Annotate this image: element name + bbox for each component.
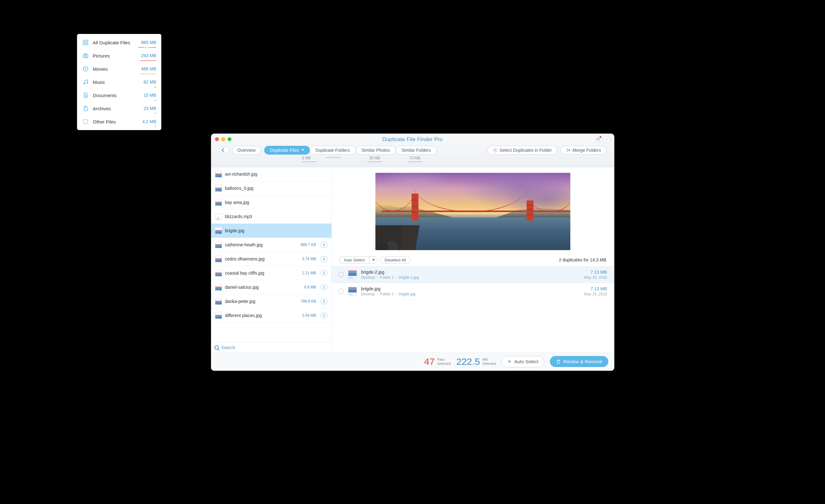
preview-area [332, 167, 614, 254]
tab-size-label: 5 MB [302, 156, 311, 160]
duplicate-count-badge: 4 [321, 242, 327, 248]
duplicate-list: brigde-2.jpgDesktop›Folder 1›brigde-2.jp… [332, 266, 614, 300]
file-row[interactable]: coastal bay cliffs.jpg2.21 MB3 [211, 266, 331, 280]
duplicate-count-badge: 2 [321, 313, 327, 318]
file-name: coastal bay cliffs.jpg [225, 270, 299, 275]
file-row[interactable]: balloons_0.jpg [211, 181, 331, 195]
updates-icon[interactable] [595, 136, 601, 143]
duplicate-count-badge: 6 [321, 299, 327, 304]
file-size: 3.74 MB [302, 257, 316, 261]
overview-button[interactable]: Overview [232, 146, 261, 155]
file-row[interactable]: brigde.jpg [211, 224, 331, 238]
duplicate-name: brigde.jpg [361, 286, 416, 291]
app-window: Duplicate File Finder Pro i Overview Dup… [211, 134, 614, 371]
file-list[interactable]: avi-richardsh.jpgballoons_0.jpgbay area.… [211, 167, 331, 342]
file-thumb-icon [215, 298, 222, 305]
duplicate-count-badge: 3 [321, 270, 327, 276]
chevron-down-icon [302, 149, 304, 151]
file-thumb-icon [215, 171, 222, 177]
file-name: avi-richardsh.jpg [225, 172, 327, 177]
search-row [211, 342, 331, 352]
stat-number: 47 [424, 356, 435, 367]
detail-pane: Auto Select Deselect All 2 duplicates fo… [332, 167, 614, 352]
search-input[interactable] [221, 345, 328, 350]
tab-size-label: 73 MB [409, 156, 420, 160]
tab-similar-folders[interactable]: Similar Folders [395, 146, 437, 155]
file-name: danka-peter.jpg [225, 299, 298, 304]
select-checkbox[interactable] [339, 289, 344, 294]
file-row[interactable]: daniel-salcius.jpg6.8 MB2 [211, 280, 331, 295]
deselect-all-button[interactable]: Deselect All [380, 256, 410, 264]
maximize-window-button[interactable] [228, 137, 231, 141]
button-label: Auto Select [514, 359, 538, 364]
duplicate-row[interactable]: brigde-2.jpgDesktop›Folder 1›brigde-2.jp… [332, 266, 614, 283]
file-size: 796.8 KB [301, 299, 316, 304]
file-thumb-icon [215, 185, 222, 192]
duplicate-name: brigde-2.jpg [361, 270, 419, 275]
chevron-down-icon [372, 259, 375, 261]
file-thumb-icon [215, 255, 222, 262]
button-label: Select Duplicates in Folder [500, 148, 552, 153]
file-row[interactable]: blizzards.mp3 [211, 209, 331, 224]
file-size: 2.21 MB [302, 271, 316, 275]
breadcrumb: Desktop›Folder 1›brigde-2.jpg [361, 275, 419, 280]
file-name: brigde.jpg [225, 228, 327, 233]
tab-similar-photos[interactable]: Similar Photos [356, 146, 396, 155]
sparkle-icon: ✳ [508, 359, 512, 364]
file-row[interactable]: bay area.jpg [211, 195, 331, 209]
tab-duplicate-folders[interactable]: Duplicate Folders [310, 146, 356, 155]
select-duplicates-in-folder-button[interactable]: Select Duplicates in Folder [487, 146, 557, 155]
file-name: bay area.jpg [225, 200, 327, 205]
duplicate-row[interactable]: brigde.jpgDesktop›Folder 1›brigde.jpg7.1… [332, 283, 614, 300]
file-size: 686.7 KB [301, 243, 316, 247]
notification-dot [599, 136, 602, 138]
duplicate-size: 7.13 MB [584, 286, 607, 291]
file-name: blizzards.mp3 [225, 214, 327, 219]
breadcrumb: Desktop›Folder 1›brigde.jpg [361, 292, 416, 296]
footer-auto-select-button[interactable]: ✳ Auto Select [502, 356, 544, 367]
review-remove-button[interactable]: Review & Remove [550, 356, 608, 367]
file-thumb-icon [348, 270, 357, 279]
file-row[interactable]: catherine-heath.jpg686.7 KB4 [211, 238, 331, 252]
minimize-window-button[interactable] [221, 137, 225, 141]
tab-duplicate-files[interactable]: Duplicate Files [264, 146, 310, 155]
file-thumb-icon [215, 213, 222, 220]
info-icon[interactable]: i [603, 136, 610, 143]
main-content: Sort by Name avi-richardsh.jpgballoons_0… [211, 167, 614, 352]
file-thumb-icon [215, 312, 222, 319]
titlebar: Duplicate File Finder Pro i Overview Dup… [211, 134, 614, 167]
select-checkbox[interactable] [339, 272, 344, 277]
file-row[interactable]: different places.jpg3.54 MB2 [211, 309, 331, 323]
file-name: daniel-salcius.jpg [225, 285, 301, 290]
stat-files-selected: 47 FilesSelected [424, 356, 451, 367]
auto-select-button[interactable]: Auto Select [339, 256, 369, 264]
auto-select-menu-button[interactable] [369, 256, 377, 264]
file-name: balloons_0.jpg [225, 186, 327, 191]
file-thumb-icon [215, 270, 222, 276]
preview-image [375, 173, 570, 250]
footer: 47 FilesSelected 222.5 MBSelected ✳ Auto… [211, 352, 614, 370]
button-label: Review & Remove [564, 359, 602, 364]
detail-toolbar: Auto Select Deselect All 2 duplicates fo… [332, 254, 614, 266]
file-row[interactable]: avi-richardsh.jpg [211, 167, 331, 181]
duplicate-count-badge: 2 [321, 284, 327, 290]
duplicate-count-badge: 4 [321, 256, 327, 262]
merge-folders-button[interactable]: Merge Folders [560, 146, 606, 155]
close-window-button[interactable] [215, 137, 219, 141]
file-thumb-icon [348, 287, 357, 296]
window-controls [215, 137, 231, 141]
file-thumb-icon [215, 241, 222, 248]
file-thumb-icon [215, 284, 222, 290]
file-size: 6.8 MB [304, 285, 316, 289]
duplicate-date: May 16, 2019 [584, 275, 607, 280]
search-icon [214, 345, 219, 350]
trash-icon [556, 359, 561, 364]
file-row[interactable]: cedric-dhaenens.jpg3.74 MB4 [211, 252, 331, 266]
svg-point-1 [495, 150, 496, 151]
file-row[interactable]: danka-peter.jpg796.8 KB6 [211, 295, 331, 309]
file-size: 3.54 MB [302, 313, 316, 318]
back-button[interactable] [219, 147, 229, 154]
tab-size-label: 35 MB [369, 156, 380, 160]
tab-size-row: 5 MB 35 MB 73 MB [215, 155, 610, 165]
tab-label: Duplicate Files [270, 148, 299, 153]
